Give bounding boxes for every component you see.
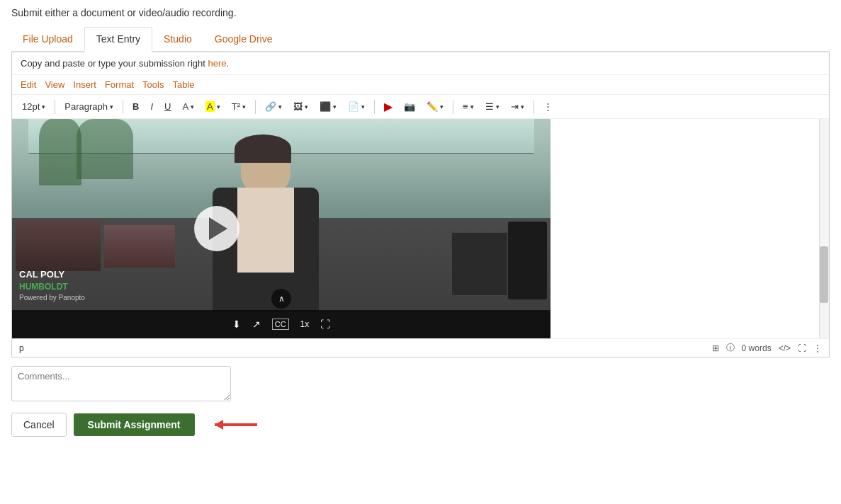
editor-body: CAL POLY HUMBOLDT Powered by Panopto ∧ ⬇… — [12, 119, 829, 338]
svg-marker-1 — [215, 420, 223, 430]
play-button[interactable] — [194, 206, 239, 251]
highlight-button[interactable]: A▾ — [201, 99, 225, 114]
tab-studio[interactable]: Studio — [152, 27, 203, 52]
list-button[interactable]: ☰▾ — [481, 99, 504, 114]
accessibility-check-button[interactable]: ⊞ — [712, 343, 719, 353]
italic-button[interactable]: I — [146, 99, 157, 114]
superscript-button[interactable]: T²▾ — [227, 99, 250, 114]
desk-items-left — [16, 222, 101, 271]
toolbar-sep-4 — [374, 100, 375, 114]
tree-right — [77, 119, 133, 179]
editor-info-bar: Copy and paste or type your submission r… — [12, 52, 829, 75]
tab-google-drive[interactable]: Google Drive — [203, 27, 284, 52]
collapse-video-button[interactable]: ∧ — [271, 289, 291, 309]
align-button[interactable]: ≡▾ — [458, 99, 478, 114]
bold-button[interactable]: B — [128, 99, 143, 114]
scrollbar-thumb — [820, 246, 828, 303]
more-button[interactable]: ⋮ — [539, 99, 557, 114]
play-triangle-icon — [209, 217, 227, 240]
desk-phone — [451, 232, 508, 296]
comments-input[interactable] — [11, 366, 231, 401]
media-button[interactable]: ⬛▾ — [315, 99, 341, 114]
font-color-button[interactable]: A▾ — [178, 99, 198, 114]
menu-edit[interactable]: Edit — [21, 79, 36, 90]
menu-tools[interactable]: Tools — [142, 79, 164, 90]
cancel-button[interactable]: Cancel — [11, 413, 67, 437]
code-view-button[interactable]: </> — [779, 343, 791, 353]
fullscreen-editor-button[interactable]: ⛶ — [798, 343, 806, 353]
status-right-section: ⊞ ⓘ 0 words </> ⛶ ⋮ — [712, 342, 822, 354]
editor-scrollbar[interactable] — [819, 119, 829, 338]
indent-button[interactable]: ⇥▾ — [507, 99, 529, 114]
desk-books — [104, 225, 175, 268]
draw-button[interactable]: ✏️▾ — [422, 99, 448, 114]
popout-button[interactable]: ↗ — [252, 319, 261, 330]
cal-poly-text: CAL POLY — [19, 268, 85, 281]
tree-left — [39, 119, 81, 185]
info-icon: ⓘ — [726, 342, 735, 354]
toolbar-sep-6 — [534, 100, 534, 114]
submit-assignment-button[interactable]: Submit Assignment — [74, 413, 195, 436]
instruction-text: Submit either a document or video/audio … — [11, 7, 830, 18]
humboldt-text: HUMBOLDT — [19, 281, 85, 293]
fullscreen-button[interactable]: ⛶ — [320, 319, 330, 330]
toolbar-sep-2 — [123, 100, 123, 114]
word-count: 0 words — [742, 343, 772, 353]
paragraph-indicator: p — [19, 343, 24, 353]
screen-capture-button[interactable]: 📷 — [400, 99, 419, 114]
tabs-bar: File Upload Text Entry Studio Google Dri… — [11, 27, 830, 52]
font-style-selector[interactable]: Paragraph▾ — [60, 99, 118, 114]
buttons-row: Cancel Submit Assignment — [11, 411, 830, 439]
status-bar: p ⊞ ⓘ 0 words </> ⛶ ⋮ — [12, 338, 829, 357]
accessibility-icon: ⊞ — [712, 343, 719, 353]
video-controls-bar: ⬇ ↗ CC 1x ⛶ — [12, 310, 551, 338]
desk-item-right — [508, 222, 547, 299]
image-button[interactable]: 🖼▾ — [289, 99, 312, 114]
cc-button[interactable]: CC — [272, 319, 289, 330]
comments-area — [11, 366, 830, 403]
toolbar-sep-5 — [453, 100, 453, 114]
text-content-area[interactable] — [551, 119, 829, 338]
menu-insert[interactable]: Insert — [73, 79, 96, 90]
toolbar-sep-3 — [255, 100, 256, 114]
tab-file-upload[interactable]: File Upload — [11, 27, 84, 52]
video-area: CAL POLY HUMBOLDT Powered by Panopto ∧ ⬇… — [12, 119, 551, 338]
here-link[interactable]: here — [208, 58, 226, 69]
download-button[interactable]: ⬇ — [232, 319, 241, 330]
more-options-button[interactable]: ⋮ — [813, 343, 822, 353]
font-size-selector[interactable]: 12pt▾ — [18, 99, 50, 114]
embed-button[interactable]: 📄▾ — [344, 99, 369, 114]
menu-view[interactable]: View — [45, 79, 64, 90]
video-branding: CAL POLY HUMBOLDT Powered by Panopto — [19, 268, 85, 303]
link-button[interactable]: 🔗▾ — [261, 99, 286, 114]
youtube-button[interactable]: ▶ — [380, 98, 397, 115]
speed-button[interactable]: 1x — [300, 319, 310, 329]
underline-button[interactable]: U — [160, 99, 175, 114]
menu-bar: Edit View Insert Format Tools Table — [12, 75, 829, 95]
toolbar-sep-1 — [55, 100, 55, 114]
editor-container: Copy and paste or type your submission r… — [11, 52, 830, 357]
menu-table[interactable]: Table — [172, 79, 194, 90]
toolbar: 12pt▾ Paragraph▾ B I U A▾ A▾ T²▾ 🔗▾ 🖼▾ ⬛… — [12, 95, 829, 119]
info-button[interactable]: ⓘ — [726, 342, 735, 354]
panopto-text: Powered by Panopto — [19, 293, 85, 303]
menu-format[interactable]: Format — [105, 79, 134, 90]
red-arrow-indicator — [208, 411, 264, 439]
tab-text-entry[interactable]: Text Entry — [84, 27, 152, 52]
